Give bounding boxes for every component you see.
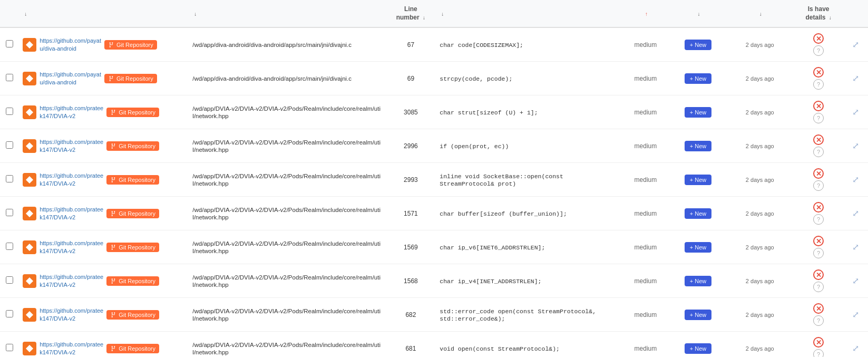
details-close-icon[interactable]: ✕ [813,337,824,348]
expand-icon[interactable]: ⤢ [852,209,859,218]
git-repo-badge[interactable]: Git Repository [106,209,159,218]
details-question-icon[interactable]: ? [813,147,824,157]
git-repo-badge[interactable]: Git Repository [106,175,159,185]
expand-icon[interactable]: ⤢ [852,74,859,83]
svg-marker-16 [26,176,33,184]
sort-details-icon[interactable]: ↓ [829,15,832,21]
details-question-icon[interactable]: ? [813,113,824,123]
svg-point-22 [114,211,115,212]
row-severity-cell: medium [621,163,670,197]
target-orange-icon [23,38,36,52]
expand-icon[interactable]: ⤢ [852,310,859,319]
row-checkbox[interactable] [6,310,13,317]
sort-modified-icon[interactable]: ↓ [759,11,762,17]
new-state-button[interactable]: + New [685,73,712,84]
details-question-icon[interactable]: ? [813,45,824,56]
new-state-button[interactable]: + New [685,343,712,354]
target-link[interactable]: https://github.com/prateek147/DVIA-v2 [40,206,103,221]
target-link[interactable]: https://github.com/prateek147/DVIA-v2 [40,104,103,120]
new-state-button[interactable]: + New [685,208,712,219]
row-checkbox[interactable] [6,108,13,115]
header-modified: ↓ [726,0,794,27]
details-question-icon[interactable]: ? [813,315,824,326]
new-state-button[interactable]: + New [685,276,712,286]
row-target-cell: https://github.com/prateek147/DVIA-v2 Gi… [18,332,188,357]
target-link[interactable]: https://github.com/prateek147/DVIA-v2 [40,341,103,356]
details-question-icon[interactable]: ? [813,79,824,90]
details-close-icon[interactable]: ✕ [813,134,824,145]
git-repo-badge[interactable]: Git Repository [106,276,159,286]
details-question-icon[interactable]: ? [813,248,824,258]
details-question-icon[interactable]: ? [813,349,824,357]
row-state-cell: + New [670,95,726,129]
details-question-icon[interactable]: ? [813,180,824,191]
details-close-icon[interactable]: ✕ [813,101,824,111]
sort-severity-icon[interactable]: ↑ [645,11,648,17]
diamond-icon [25,108,34,117]
target-link[interactable]: https://github.com/prateek147/DVIA-v2 [40,307,103,322]
git-repo-badge[interactable]: Git Repository [106,344,159,353]
linenum-value: 1571 [404,210,418,217]
new-state-button[interactable]: + New [685,141,712,151]
header-expand [843,0,868,27]
vulnline-code: char strut[sizeof (U) + 1]; [440,109,538,116]
git-repo-badge[interactable]: Git Repository [106,243,159,252]
sort-state-icon[interactable]: ↓ [698,11,700,17]
sort-linenum-icon[interactable]: ↓ [423,15,425,21]
new-state-button[interactable]: + New [685,40,712,50]
details-close-icon[interactable]: ✕ [813,303,824,314]
target-link[interactable]: https://github.com/prateek147/DVIA-v2 [40,138,103,153]
row-details-cell: ✕ ? [794,129,843,163]
git-repo-badge[interactable]: Git Repository [106,108,159,117]
details-close-icon[interactable]: ✕ [813,202,824,213]
details-close-icon[interactable]: ✕ [813,236,824,246]
expand-icon[interactable]: ⤢ [852,40,859,49]
new-state-button[interactable]: + New [685,175,712,185]
target-link[interactable]: https://github.com/prateek147/DVIA-v2 [40,273,103,288]
expand-icon[interactable]: ⤢ [852,344,859,353]
row-checkbox[interactable] [6,243,13,250]
row-vulnline-cell: strcpy(code, pcode); [435,62,621,95]
details-question-icon[interactable]: ? [813,214,824,225]
target-link[interactable]: https://github.com/payatu/diva-android [40,71,101,86]
row-checkbox[interactable] [6,276,13,284]
modified-value: 2 days ago [746,244,774,250]
git-repo-badge[interactable]: Git Repository [106,141,159,151]
details-close-icon[interactable]: ✕ [813,33,824,44]
details-question-icon[interactable]: ? [813,282,824,292]
git-repo-badge[interactable]: Git Repository [104,74,157,83]
expand-icon[interactable]: ⤢ [852,175,859,184]
expand-icon[interactable]: ⤢ [852,276,859,285]
expand-icon[interactable]: ⤢ [852,243,859,252]
svg-point-23 [112,215,113,216]
row-checkbox[interactable] [6,209,13,216]
row-checkbox[interactable] [6,141,13,149]
details-close-icon[interactable]: ✕ [813,168,824,179]
git-repo-badge[interactable]: Git Repository [106,310,159,320]
new-state-button[interactable]: + New [685,310,712,320]
sort-vulnline-icon[interactable]: ↓ [441,11,444,17]
header-details-label: Is havedetails [805,5,829,21]
expand-icon[interactable]: ⤢ [852,108,859,117]
new-state-button[interactable]: + New [685,242,712,253]
linenum-value: 1568 [404,277,418,285]
git-repo-badge[interactable]: Git Repository [104,40,157,50]
sort-target-icon[interactable]: ↓ [24,11,27,17]
row-checkbox[interactable] [6,74,13,81]
row-checkbox[interactable] [6,40,13,47]
target-link[interactable]: https://github.com/payatu/diva-android [40,37,101,52]
sort-filepath-icon[interactable]: ↓ [194,11,197,17]
details-close-icon[interactable]: ✕ [813,67,824,78]
new-state-button[interactable]: + New [685,107,712,118]
target-link[interactable]: https://github.com/prateek147/DVIA-v2 [40,172,103,187]
details-close-icon[interactable]: ✕ [813,269,824,280]
svg-point-7 [110,80,111,81]
row-checkbox[interactable] [6,344,13,351]
row-vulnline-cell: char ip_v4[INET_ADDRSTRLEN]; [435,264,621,298]
target-link[interactable]: https://github.com/prateek147/DVIA-v2 [40,239,103,255]
expand-icon[interactable]: ⤢ [852,141,859,150]
severity-value: medium [635,75,657,82]
row-checkbox[interactable] [6,175,13,182]
row-expand-cell: ⤢ [843,27,868,62]
row-details-cell: ✕ ? [794,62,843,95]
